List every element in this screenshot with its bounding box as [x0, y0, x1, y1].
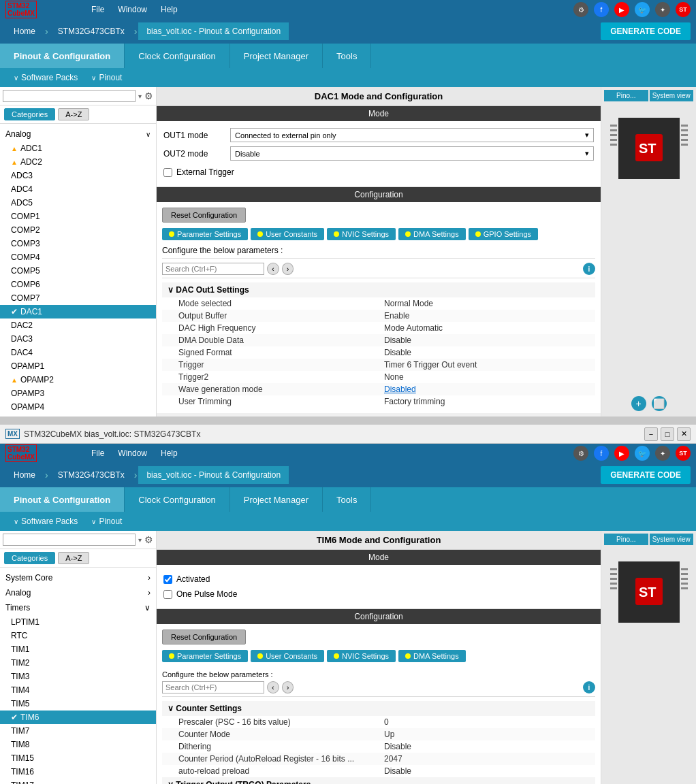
sidebar-item-adc3[interactable]: ADC3: [0, 169, 156, 182]
tab-tools-2[interactable]: Tools: [323, 487, 371, 512]
sidebar-item-dac1[interactable]: ✔ DAC1: [0, 305, 156, 318]
sidebar-item-tim16[interactable]: TIM16: [0, 765, 156, 779]
tab-tools-1[interactable]: Tools: [323, 44, 371, 68]
nvic-settings-tab-1[interactable]: NVIC Settings: [327, 228, 396, 240]
star-icon-2[interactable]: ✦: [655, 446, 670, 461]
sidebar-item-tim5[interactable]: TIM5: [0, 697, 156, 710]
dma-settings-tab-1[interactable]: DMA Settings: [398, 228, 466, 240]
out2-select[interactable]: Disable ▾: [230, 146, 594, 161]
sidebar-item-system-core[interactable]: System Core ›: [0, 570, 156, 585]
reset-config-button-2[interactable]: Reset Configuration: [162, 630, 246, 644]
star-icon[interactable]: ✦: [655, 2, 670, 17]
sidebar-item-tim8[interactable]: TIM8: [0, 738, 156, 751]
sidebar-item-comp5[interactable]: COMP5: [0, 264, 156, 278]
sidebar-item-adc2[interactable]: ▲ ADC2: [0, 155, 156, 169]
st-icon[interactable]: ST: [676, 2, 691, 17]
sidebar-item-tim17[interactable]: TIM17: [0, 779, 156, 784]
sidebar-item-adc1[interactable]: ▲ ADC1: [0, 142, 156, 155]
sidebar-item-comp7[interactable]: COMP7: [0, 291, 156, 305]
sidebar-search-input-2[interactable]: [3, 534, 136, 546]
generate-code-button-1[interactable]: GENERATE CODE: [601, 22, 691, 40]
settings-icon-2[interactable]: ⚙: [573, 446, 588, 461]
youtube-icon[interactable]: ▶: [614, 2, 629, 17]
sidebar-item-tim7[interactable]: TIM7: [0, 724, 156, 738]
st-icon-2[interactable]: ST: [676, 446, 691, 461]
param-settings-tab-1[interactable]: Parameter Settings: [162, 228, 248, 240]
reset-config-button-1[interactable]: Reset Configuration: [162, 208, 246, 223]
breadcrumb-device[interactable]: STM32G473CBTx: [50, 22, 133, 40]
system-view-tab-2[interactable]: System view: [650, 534, 694, 545]
sidebar-item-lptim1[interactable]: LPTIM1: [0, 615, 156, 629]
params-prev-btn-2[interactable]: ‹: [267, 681, 279, 693]
external-trigger-checkbox[interactable]: [163, 168, 172, 177]
atoz-btn-1[interactable]: A->Z: [58, 108, 89, 120]
user-constants-tab-1[interactable]: User Constants: [251, 228, 324, 240]
tab-project-manager-1[interactable]: Project Manager: [230, 44, 323, 68]
sidebar-item-comp3[interactable]: COMP3: [0, 237, 156, 250]
sidebar-item-comp4[interactable]: COMP4: [0, 250, 156, 264]
user-constants-tab-2[interactable]: User Constants: [251, 650, 324, 662]
sidebar-item-opamp4[interactable]: OPAMP4: [0, 400, 156, 414]
fullscreen-button-1[interactable]: ⬜: [652, 396, 667, 411]
sidebar-item-dac2[interactable]: DAC2: [0, 318, 156, 332]
sidebar-search-input-1[interactable]: [3, 90, 136, 102]
tab-clock-config-1[interactable]: Clock Configuration: [125, 44, 230, 68]
atoz-btn-2[interactable]: A->Z: [58, 552, 89, 564]
breadcrumb-device-2[interactable]: STM32G473CBTx: [50, 466, 133, 484]
gpio-settings-tab-1[interactable]: GPIO Settings: [469, 228, 538, 240]
breadcrumb-home[interactable]: Home: [5, 22, 44, 40]
sidebar-item-tim4[interactable]: TIM4: [0, 683, 156, 697]
menu-file[interactable]: File: [91, 5, 104, 14]
sidebar-item-tim1[interactable]: TIM1: [0, 642, 156, 656]
dma-settings-tab-2[interactable]: DMA Settings: [398, 650, 466, 662]
breadcrumb-project-2[interactable]: bias_volt.ioc - Pinout & Configuration: [138, 466, 289, 484]
sidebar-item-tim2[interactable]: TIM2: [0, 656, 156, 670]
sub-tab-pinout-1[interactable]: ∨ Pinout: [91, 73, 122, 82]
menu-window[interactable]: Window: [118, 5, 147, 14]
tab-pinout-config-1[interactable]: Pinout & Configuration: [0, 44, 125, 68]
one-pulse-checkbox[interactable]: [163, 590, 172, 599]
sidebar-item-timers[interactable]: Timers ∨: [0, 600, 156, 615]
sidebar-item-comp1[interactable]: COMP1: [0, 210, 156, 223]
facebook-icon-2[interactable]: f: [594, 446, 609, 461]
sidebar-item-adc5[interactable]: ADC5: [0, 196, 156, 210]
activated-checkbox[interactable]: [163, 575, 172, 584]
categories-btn-2[interactable]: Categories: [4, 552, 55, 564]
settings-icon[interactable]: ⚙: [573, 2, 588, 17]
sidebar-item-tim3[interactable]: TIM3: [0, 670, 156, 683]
sidebar-item-rtc[interactable]: RTC: [0, 629, 156, 642]
twitter-icon-2[interactable]: 🐦: [635, 446, 650, 461]
menu-help-2[interactable]: Help: [161, 448, 178, 458]
sidebar-item-comp6[interactable]: COMP6: [0, 278, 156, 291]
tab-pinout-config-2[interactable]: Pinout & Configuration: [0, 487, 125, 512]
pino-tab-1[interactable]: Pino...: [604, 90, 648, 101]
params-prev-btn-1[interactable]: ‹: [267, 263, 279, 275]
sidebar-item-analog[interactable]: Analog ›: [0, 585, 156, 600]
sidebar-item-opamp3[interactable]: OPAMP3: [0, 387, 156, 400]
gear-icon-1[interactable]: ⚙: [144, 91, 153, 101]
breadcrumb-home-2[interactable]: Home: [5, 466, 44, 484]
facebook-icon[interactable]: f: [594, 2, 609, 17]
params-search-input-2[interactable]: [162, 681, 264, 693]
params-next-btn-1[interactable]: ›: [282, 263, 294, 275]
sidebar-item-opamp2[interactable]: ▲ OPAMP2: [0, 373, 156, 387]
youtube-icon-2[interactable]: ▶: [614, 446, 629, 461]
categories-btn-1[interactable]: Categories: [4, 108, 55, 120]
menu-file-2[interactable]: File: [91, 448, 104, 458]
sidebar-item-tim15[interactable]: TIM15: [0, 751, 156, 765]
generate-code-button-2[interactable]: GENERATE CODE: [601, 466, 691, 484]
sub-tab-software-packs-2[interactable]: ∨ Software Packs: [14, 517, 78, 526]
params-search-input-1[interactable]: [162, 263, 264, 275]
out1-select[interactable]: Connected to external pin only ▾: [230, 128, 594, 142]
tab-project-manager-2[interactable]: Project Manager: [230, 487, 323, 512]
close-button[interactable]: ✕: [677, 427, 691, 441]
zoom-in-button-1[interactable]: +: [631, 396, 646, 411]
sidebar-item-adc4[interactable]: ADC4: [0, 182, 156, 196]
sidebar-item-opamp1[interactable]: OPAMP1: [0, 359, 156, 373]
params-next-btn-2[interactable]: ›: [282, 681, 294, 693]
menu-window-2[interactable]: Window: [118, 448, 147, 458]
sidebar-item-dac4[interactable]: DAC4: [0, 346, 156, 359]
sub-tab-software-packs-1[interactable]: ∨ Software Packs: [14, 73, 78, 82]
maximize-button[interactable]: □: [661, 427, 674, 441]
nvic-settings-tab-2[interactable]: NVIC Settings: [327, 650, 396, 662]
